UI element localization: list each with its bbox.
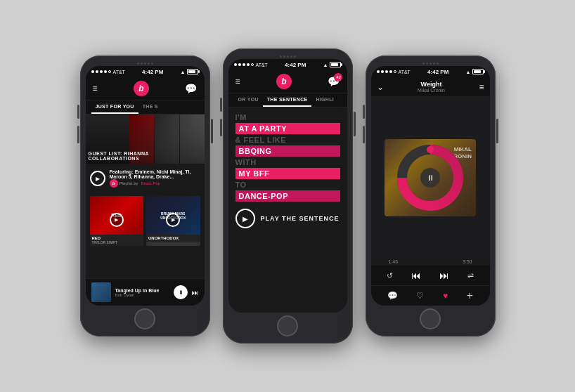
pause-btn-3[interactable]: ⏸ bbox=[420, 168, 440, 188]
phone-1-screen: AT&T 4:42 PM ▲ ≡ b 💬 bbox=[86, 66, 205, 306]
beats-logo-2[interactable]: b bbox=[276, 74, 292, 89]
playlist-info: Featuring: Eminem, Nicki Minaj, TI, Maro… bbox=[110, 169, 200, 188]
album-card-red[interactable]: RED ▶ RED TAYLOR SWIFT bbox=[90, 196, 144, 246]
player-bar-1: Tangled Up In Blue Bob Dylan ⏸ ⏭ bbox=[86, 278, 205, 306]
player-song-1: Tangled Up In Blue bbox=[115, 288, 169, 293]
menu-icon-1[interactable]: ≡ bbox=[93, 84, 98, 93]
play-sentence-label: PLAY THE SENTENCE bbox=[261, 215, 340, 222]
beats-logo-1[interactable]: b bbox=[134, 81, 149, 96]
repeat-btn[interactable]: ↺ bbox=[387, 271, 393, 280]
signal-dots-1 bbox=[91, 70, 111, 73]
shuffle-btn[interactable]: ⇌ bbox=[467, 271, 474, 280]
status-right-3: ▲ bbox=[466, 69, 484, 74]
album-card-bruno[interactable]: BRUNO MARSUNORTHODOX ▶ UNORTHODOX bbox=[146, 196, 200, 246]
pause-btn-1[interactable]: ⏸ bbox=[174, 285, 188, 299]
prev-btn[interactable]: ⏮ bbox=[411, 270, 421, 281]
status-left-1: AT&T bbox=[91, 70, 125, 74]
chat-icon-2[interactable]: 💬 42 bbox=[328, 76, 340, 87]
player-thumb-1 bbox=[91, 282, 111, 302]
tab-just-for-you[interactable]: JUST FOR YOU bbox=[91, 100, 138, 114]
phone-2-screen: AT&T 4:42 PM ▲ ≡ b 💬 bbox=[228, 59, 347, 313]
phone-2: AT&T 4:42 PM ▲ ≡ b 💬 bbox=[223, 48, 353, 344]
signal-dots-2 bbox=[234, 63, 254, 66]
time-1: 4:42 PM bbox=[142, 69, 163, 75]
tab-highlights[interactable]: HIGHLI bbox=[311, 93, 338, 107]
playlist-sub: Playlist by bbox=[119, 181, 138, 185]
carrier-3: AT&T bbox=[399, 70, 411, 74]
side-button-volume bbox=[77, 126, 79, 143]
time-3: 4:42 PM bbox=[427, 69, 448, 75]
menu-icon-2[interactable]: ≡ bbox=[235, 77, 240, 86]
album-play-red[interactable]: ▶ bbox=[110, 213, 124, 227]
phones-container: AT&T 4:42 PM ▲ ≡ b 💬 bbox=[80, 48, 496, 344]
album-play-bruno[interactable]: ▶ bbox=[166, 213, 180, 227]
heart-btn[interactable]: ♡ bbox=[416, 291, 424, 301]
play-sentence-circle[interactable]: ▶ bbox=[235, 209, 255, 228]
home-button-2[interactable] bbox=[277, 315, 298, 337]
player-controls-1: ⏸ ⏭ bbox=[174, 285, 199, 299]
playback-controls: ↺ ⏮ ⏭ ⇌ bbox=[371, 266, 490, 285]
battery-3 bbox=[472, 69, 484, 74]
status-bar-2: AT&T 4:42 PM ▲ bbox=[228, 59, 347, 70]
side-button-volume-3 bbox=[363, 126, 365, 143]
chat-icon-1[interactable]: 💬 bbox=[185, 83, 197, 94]
side-button-mute-2 bbox=[220, 98, 222, 112]
sentence-line-5: MY BFF bbox=[235, 168, 340, 179]
comment-btn[interactable]: 💬 bbox=[387, 291, 398, 301]
phone-3-screen: AT&T 4:42 PM ▲ ⌄ Weight Mikal Cronin bbox=[371, 66, 490, 306]
side-button-volume-2 bbox=[220, 119, 222, 136]
phone-1-content: GUEST LIST: RIHANNA COLLABORATIONS ▶ Fea… bbox=[86, 115, 205, 278]
battery-2 bbox=[330, 62, 341, 67]
add-btn[interactable]: + bbox=[467, 289, 473, 302]
wifi-icon-1: ▲ bbox=[181, 70, 186, 74]
status-left-2: AT&T bbox=[234, 63, 268, 67]
wifi-icon-3: ▲ bbox=[466, 70, 471, 74]
playlist-section: ▶ Featuring: Eminem, Nicki Minaj, TI, Ma… bbox=[86, 164, 205, 193]
carrier-1: AT&T bbox=[113, 70, 125, 74]
phone-1: AT&T 4:42 PM ▲ ≡ b 💬 bbox=[80, 55, 210, 337]
total-time: 3:50 bbox=[463, 259, 472, 264]
tab-the-s[interactable]: THE S bbox=[138, 100, 162, 114]
nav-bar-2: ≡ b 💬 42 bbox=[228, 70, 347, 93]
signal-dots-3 bbox=[377, 70, 396, 73]
time-row: 1:46 3:50 bbox=[371, 258, 490, 266]
play-sentence-btn[interactable]: ▶ PLAY THE SENTENCE bbox=[235, 209, 340, 228]
next-btn-3[interactable]: ⏭ bbox=[439, 270, 449, 281]
back-chevron[interactable]: ⌄ bbox=[377, 82, 384, 92]
nav-bar-1: ≡ b 💬 bbox=[86, 77, 205, 100]
side-button-power-2 bbox=[354, 112, 356, 136]
beats-pop-badge: b Playlist by Beats Pop bbox=[110, 179, 200, 188]
player-artist-1: Bob Dylan bbox=[115, 293, 169, 297]
next-btn-1[interactable]: ⏭ bbox=[192, 289, 199, 296]
tabs-2: OR YOU THE SENTENCE HIGHLI bbox=[228, 93, 347, 107]
speaker bbox=[86, 63, 205, 65]
battery-1 bbox=[187, 69, 198, 74]
side-button-mute-3 bbox=[363, 105, 365, 119]
svg-point-2 bbox=[427, 146, 434, 153]
carrier-2: AT&T bbox=[256, 63, 268, 67]
status-left-3: AT&T bbox=[377, 70, 411, 74]
tab-the-sentence[interactable]: THE SENTENCE bbox=[263, 93, 312, 107]
heart-filled-btn[interactable]: ♥ bbox=[443, 291, 448, 301]
tab-or-you[interactable]: OR YOU bbox=[234, 93, 263, 107]
playlist-row[interactable]: ▶ Featuring: Eminem, Nicki Minaj, TI, Ma… bbox=[90, 166, 200, 190]
phone-3: AT&T 4:42 PM ▲ ⌄ Weight Mikal Cronin bbox=[366, 55, 496, 337]
sentence-line-0: I'M bbox=[235, 113, 340, 122]
album-title-bruno: UNORTHODOX bbox=[146, 235, 200, 242]
sentence-content: I'M AT A PARTY & FEEL LIKE BBQING WITH M… bbox=[228, 107, 347, 313]
side-button-power bbox=[211, 119, 213, 143]
np-artist: Mikal Cronin bbox=[418, 88, 445, 93]
tabs-1: JUST FOR YOU THE S bbox=[86, 100, 205, 115]
now-playing-header: ⌄ Weight Mikal Cronin ≡ bbox=[371, 77, 490, 97]
featured-title: GUEST LIST: RIHANNA COLLABORATIONS bbox=[89, 151, 202, 161]
queue-icon[interactable]: ≡ bbox=[479, 82, 484, 92]
album-title-red: RED TAYLOR SWIFT bbox=[90, 235, 144, 246]
status-right-1: ▲ bbox=[181, 69, 199, 74]
home-button-1[interactable] bbox=[134, 308, 155, 329]
sentence-line-2: & FEEL LIKE bbox=[235, 136, 340, 144]
featured-card[interactable]: GUEST LIST: RIHANNA COLLABORATIONS bbox=[86, 115, 205, 164]
side-button-mute bbox=[77, 105, 79, 119]
playlist-play-btn[interactable]: ▶ bbox=[90, 171, 105, 186]
home-button-3[interactable] bbox=[420, 308, 441, 329]
sentence-line-1: AT A PARTY bbox=[235, 123, 340, 134]
